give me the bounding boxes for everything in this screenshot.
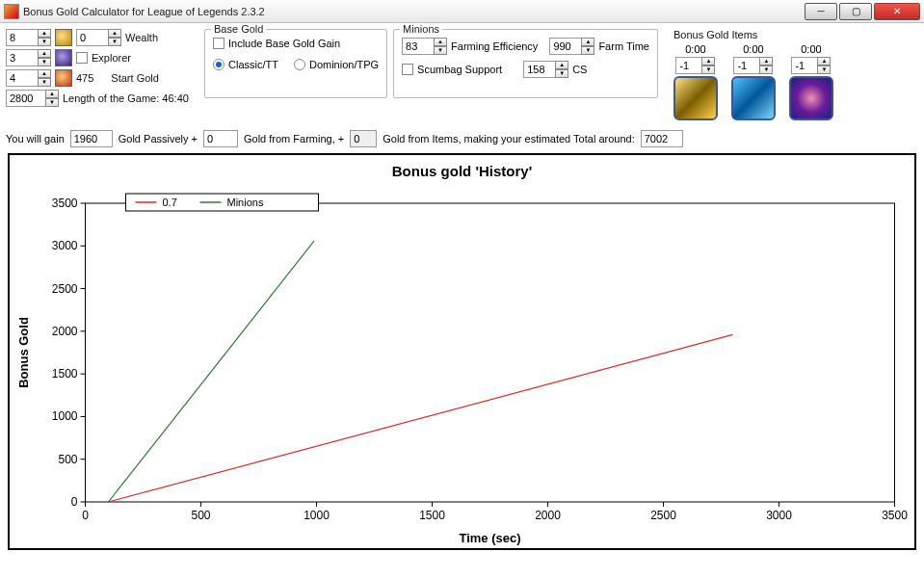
svg-text:3500: 3500 bbox=[882, 509, 908, 522]
startgold-level-input[interactable] bbox=[6, 69, 39, 87]
item1-icon[interactable] bbox=[673, 76, 718, 120]
startgold-icon bbox=[55, 69, 72, 87]
svg-text:1000: 1000 bbox=[304, 509, 330, 522]
item3-icon[interactable] bbox=[789, 76, 833, 120]
farming-gold-field[interactable] bbox=[203, 130, 238, 147]
total-gold-field[interactable] bbox=[641, 130, 683, 147]
game-length-input[interactable] bbox=[6, 90, 46, 107]
maximize-button[interactable]: ▢ bbox=[839, 3, 872, 20]
wealth-count-input[interactable] bbox=[76, 29, 109, 46]
minimize-button[interactable]: ─ bbox=[805, 3, 837, 20]
farm-time-input[interactable] bbox=[549, 38, 582, 55]
farming-efficiency-input[interactable] bbox=[402, 38, 435, 55]
svg-text:0.7: 0.7 bbox=[163, 197, 177, 208]
cs-input[interactable] bbox=[523, 61, 556, 78]
startgold-label: Start Gold bbox=[111, 72, 159, 84]
dominion-radio[interactable] bbox=[294, 59, 305, 70]
explorer-label: Explorer bbox=[92, 52, 131, 64]
classic-radio[interactable] bbox=[213, 59, 224, 70]
svg-text:1500: 1500 bbox=[52, 367, 78, 381]
base-gold-group: Base Gold Include Base Gold Gain Classic… bbox=[204, 29, 387, 98]
svg-text:3000: 3000 bbox=[766, 509, 792, 522]
svg-text:0: 0 bbox=[71, 495, 78, 509]
item2-icon[interactable] bbox=[731, 76, 776, 120]
startgold-value: 475 bbox=[76, 72, 93, 84]
chart-area: Bonus gold 'History'05001000150020002500… bbox=[8, 153, 916, 550]
minions-group: Minions ▲▼ Farming Efficiency ▲▼ Farm Ti… bbox=[393, 29, 658, 98]
svg-text:2000: 2000 bbox=[535, 509, 561, 522]
svg-text:Time (sec): Time (sec) bbox=[459, 531, 520, 545]
include-basegold-checkbox[interactable] bbox=[213, 38, 224, 49]
item1-input[interactable] bbox=[675, 57, 702, 74]
summary-line: You will gain Gold Passively + Gold from… bbox=[6, 130, 918, 147]
passive-gold-field[interactable] bbox=[70, 130, 113, 147]
explorer-icon bbox=[55, 49, 72, 66]
close-button[interactable]: ✕ bbox=[874, 3, 920, 20]
spin-up[interactable]: ▲ bbox=[38, 29, 51, 38]
svg-text:500: 500 bbox=[58, 453, 77, 466]
scumbag-checkbox[interactable] bbox=[402, 64, 413, 75]
svg-text:Bonus Gold: Bonus Gold bbox=[16, 317, 31, 388]
svg-text:1000: 1000 bbox=[52, 409, 78, 423]
item2-input[interactable] bbox=[733, 57, 760, 74]
item-gold-field bbox=[350, 130, 377, 147]
window-title: Bonus Gold Calculator for League of Lege… bbox=[23, 6, 805, 17]
spin-down[interactable]: ▼ bbox=[38, 38, 51, 46]
item3-input[interactable] bbox=[791, 57, 818, 74]
explorer-level-input[interactable] bbox=[6, 49, 39, 66]
svg-text:3500: 3500 bbox=[52, 197, 78, 210]
svg-text:1500: 1500 bbox=[419, 509, 445, 522]
titlebar: Bonus Gold Calculator for League of Lege… bbox=[0, 0, 924, 23]
bonus-items-group: Bonus Gold Items 0:00 ▲▼ 0:00 ▲▼ 0:00 ▲▼ bbox=[673, 29, 833, 120]
svg-rect-1 bbox=[86, 203, 895, 502]
wealth-level-input[interactable] bbox=[6, 29, 39, 46]
game-length-label: Length of the Game: 46:40 bbox=[63, 92, 189, 104]
wealth-label: Wealth bbox=[125, 32, 158, 43]
svg-text:0: 0 bbox=[82, 509, 89, 522]
explorer-checkbox[interactable] bbox=[76, 52, 88, 64]
svg-text:Minions: Minions bbox=[227, 197, 264, 208]
svg-text:2500: 2500 bbox=[650, 509, 676, 522]
svg-text:Bonus gold 'History': Bonus gold 'History' bbox=[392, 163, 532, 179]
app-icon bbox=[4, 4, 19, 19]
svg-text:3000: 3000 bbox=[52, 239, 78, 252]
svg-text:2000: 2000 bbox=[52, 325, 78, 338]
svg-text:2500: 2500 bbox=[52, 282, 78, 296]
wealth-icon bbox=[55, 29, 72, 46]
svg-text:500: 500 bbox=[191, 509, 210, 522]
